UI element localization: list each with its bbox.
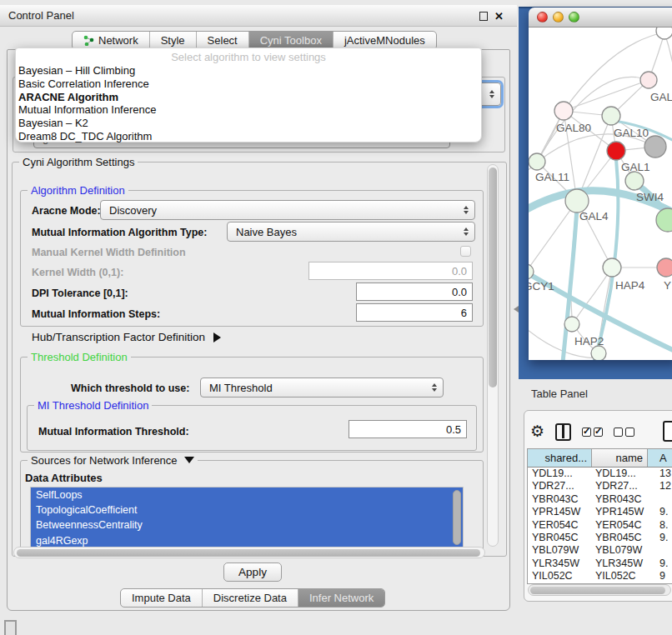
- table-cell[interactable]: YBL079W: [592, 544, 648, 557]
- table-cell[interactable]: YBR045C: [592, 532, 648, 544]
- table-row[interactable]: YBR045CYBR045C9.: [528, 532, 672, 544]
- table-horizontal-scrollbar[interactable]: [528, 584, 671, 596]
- table-cell[interactable]: YIL052C: [592, 570, 648, 582]
- table-cell[interactable]: YBL079W: [528, 544, 592, 557]
- table-cell[interactable]: YDR27...: [528, 480, 592, 492]
- tab-discretize-data[interactable]: Discretize Data: [203, 589, 298, 607]
- close-panel-button[interactable]: ✕: [494, 11, 504, 22]
- tab-cyni-toolbox[interactable]: Cyni Toolbox: [249, 32, 333, 49]
- tab-style[interactable]: Style: [150, 32, 197, 49]
- algorithm-option[interactable]: Dream8 DC_TDC Algorithm: [16, 130, 481, 143]
- table-row[interactable]: YDL19...YDL19...13: [528, 468, 672, 480]
- algorithm-option[interactable]: Bayesian – Hill Climbing: [16, 64, 481, 78]
- table-cell[interactable]: YER054C: [592, 519, 648, 532]
- scrollbar-thumb[interactable]: [489, 168, 497, 388]
- table-cell[interactable]: [648, 493, 672, 506]
- network-window-titlebar[interactable]: [529, 8, 672, 28]
- table-cell[interactable]: YPR145W: [592, 506, 648, 518]
- column-header-shared-name[interactable]: shared...: [528, 449, 592, 467]
- new-table-icon[interactable]: [663, 421, 672, 442]
- data-attribute-item[interactable]: TopologicalCoefficient: [31, 502, 463, 518]
- table-cell[interactable]: 9.: [648, 506, 672, 518]
- deselect-all-checks-icon[interactable]: [614, 428, 634, 437]
- tab-network[interactable]: Network: [73, 32, 150, 49]
- algorithm-option[interactable]: Bayesian – K2: [16, 117, 481, 130]
- network-node[interactable]: [607, 142, 625, 160]
- network-node[interactable]: [554, 102, 573, 120]
- network-node[interactable]: [565, 189, 589, 212]
- data-attribute-item[interactable]: BetweennessCentrality: [31, 518, 463, 532]
- table-cell[interactable]: 8.: [648, 519, 672, 532]
- data-attributes-list[interactable]: SelfLoopsTopologicalCoefficientBetweenne…: [30, 487, 464, 548]
- table-row[interactable]: YBL079WYBL079W: [528, 544, 672, 557]
- table-row[interactable]: YPR145WYPR145W9.: [528, 506, 672, 518]
- minimize-window-icon[interactable]: [553, 12, 564, 22]
- table-cell[interactable]: YDL19...: [592, 468, 648, 480]
- manual-kernel-checkbox[interactable]: [460, 246, 471, 257]
- select-all-checks-icon[interactable]: [582, 428, 603, 437]
- table-row[interactable]: YDR27...YDR27...12: [528, 480, 672, 492]
- network-node[interactable]: [602, 107, 620, 125]
- table-cell[interactable]: YDL19...: [528, 468, 592, 480]
- network-graph[interactable]: GALGAL80GAL10GAL1GAL11SWI4GAL4GCY1HAP4YH…: [529, 28, 672, 360]
- settings-vertical-scrollbar[interactable]: [487, 164, 499, 547]
- table-cell[interactable]: YLR345W: [592, 558, 648, 570]
- table-cell[interactable]: YBR043C: [528, 493, 592, 506]
- table-cell[interactable]: 9.: [648, 558, 672, 570]
- algorithm-option[interactable]: ARACNE Algorithm: [16, 91, 481, 104]
- network-node[interactable]: [529, 153, 545, 170]
- table-cell[interactable]: YBR043C: [592, 493, 648, 506]
- aracne-mode-combobox[interactable]: Discovery: [100, 200, 475, 220]
- minimized-panel-icon[interactable]: [4, 620, 17, 635]
- algorithm-option[interactable]: Basic Correlation Inference: [16, 78, 481, 91]
- table-cell[interactable]: 12: [648, 480, 672, 492]
- hub-definition-expander[interactable]: Hub/Transcription Factor Definition: [32, 331, 221, 343]
- table-row[interactable]: YLR345WYLR345W9.: [528, 558, 672, 570]
- table-row[interactable]: YIL052CYIL052C9: [528, 570, 672, 582]
- network-node[interactable]: [603, 258, 621, 277]
- network-canvas[interactable]: GALGAL80GAL10GAL1GAL11SWI4GAL4GCY1HAP4YH…: [529, 28, 672, 360]
- table-row[interactable]: YBR043CYBR043C: [528, 493, 672, 506]
- which-threshold-combobox[interactable]: MI Threshold: [200, 378, 444, 398]
- network-node[interactable]: [656, 208, 672, 232]
- mi-steps-field[interactable]: 6: [356, 303, 473, 322]
- data-attribute-item[interactable]: SelfLoops: [31, 488, 463, 502]
- mi-threshold-field[interactable]: 0.5: [349, 420, 467, 438]
- table-cell[interactable]: 13: [648, 468, 672, 480]
- table-cell[interactable]: YLR345W: [528, 558, 592, 570]
- float-panel-button[interactable]: [479, 9, 488, 24]
- network-node[interactable]: [591, 346, 606, 360]
- network-edge[interactable]: [529, 201, 577, 272]
- tab-impute-data[interactable]: Impute Data: [121, 589, 203, 607]
- column-header-name[interactable]: name: [592, 449, 648, 467]
- network-node[interactable]: [564, 317, 579, 332]
- kernel-width-field[interactable]: 0.0: [308, 262, 473, 280]
- gear-icon[interactable]: ⚙: [530, 423, 544, 440]
- close-window-icon[interactable]: [537, 12, 548, 22]
- columns-icon[interactable]: [555, 423, 571, 441]
- table-row[interactable]: YER054CYER054C8.: [528, 519, 672, 532]
- table-cell[interactable]: [648, 544, 672, 557]
- network-node[interactable]: [656, 28, 672, 39]
- scrollbar-thumb[interactable]: [530, 587, 665, 594]
- algorithm-option[interactable]: Mutual Information Inference: [16, 103, 481, 117]
- sources-group-title[interactable]: Sources for Network Inference: [28, 454, 198, 467]
- network-node[interactable]: [640, 72, 657, 88]
- network-edge[interactable]: [664, 32, 672, 98]
- network-node[interactable]: [625, 172, 644, 190]
- tab-jactivemnodules[interactable]: jActiveMNodules: [333, 32, 436, 49]
- panel-splitter-handle[interactable]: [510, 306, 519, 312]
- dpi-tolerance-field[interactable]: 0.0: [356, 282, 473, 301]
- table-cell[interactable]: YDR27...: [592, 480, 648, 492]
- settings-horizontal-scrollbar[interactable]: [13, 547, 485, 558]
- apply-button[interactable]: Apply: [223, 562, 282, 582]
- tab-infer-network[interactable]: Infer Network: [298, 589, 384, 607]
- column-header-partial[interactable]: A: [648, 449, 672, 467]
- mi-type-combobox[interactable]: Naive Bayes: [227, 222, 475, 242]
- scrollbar-thumb[interactable]: [17, 549, 480, 557]
- table-cell[interactable]: YBR045C: [528, 532, 592, 544]
- table-cell[interactable]: 9.: [648, 532, 672, 544]
- table-cell[interactable]: YER054C: [528, 519, 592, 532]
- table-cell[interactable]: YIL052C: [528, 570, 592, 582]
- table-cell[interactable]: YPR145W: [528, 506, 592, 518]
